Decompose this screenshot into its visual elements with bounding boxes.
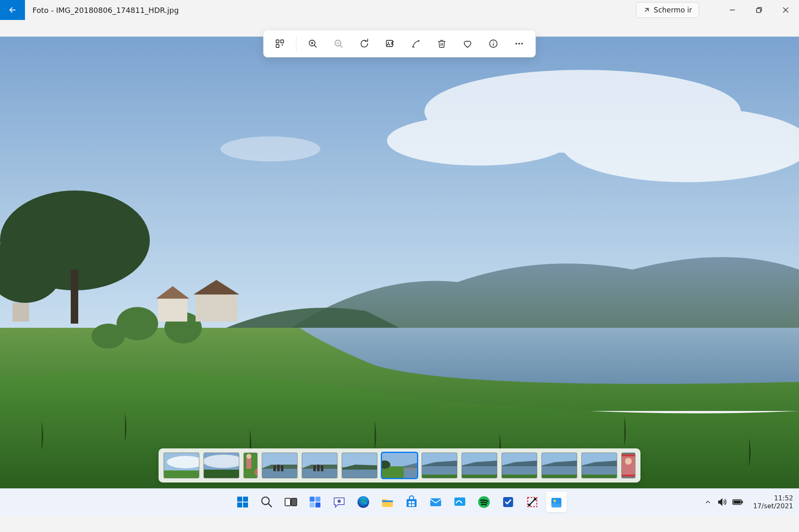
photo-toolbar [263,30,536,57]
chat-button[interactable] [329,492,350,512]
more-button[interactable] [507,34,531,54]
mail-button[interactable] [425,492,446,512]
fullscreen-button[interactable]: Schermo ir [636,2,699,18]
explorer-button[interactable] [377,492,398,512]
svg-rect-1 [757,9,761,13]
svg-point-86 [262,497,269,505]
snip-button[interactable] [522,492,543,512]
taskbar-clock[interactable]: 11:52 17/set/2021 [753,494,793,510]
filmstrip-thumb[interactable] [422,453,457,478]
svg-point-110 [553,500,556,502]
svg-rect-15 [158,299,187,322]
svg-point-46 [246,454,251,459]
zoom-out-button[interactable] [327,34,351,54]
svg-rect-52 [281,465,283,471]
svg-rect-21 [281,40,284,43]
svg-rect-88 [285,498,290,506]
svg-rect-90 [310,497,315,502]
todo-button[interactable] [498,492,519,512]
battery-icon[interactable] [732,498,743,506]
filmstrip-thumb[interactable] [342,453,377,478]
whiteboard-button[interactable] [449,492,470,512]
start-button[interactable] [232,492,253,512]
svg-rect-91 [315,497,320,502]
view-all-button[interactable] [268,34,292,54]
svg-rect-92 [310,502,315,507]
svg-rect-57 [321,465,323,471]
edit-image-icon [385,39,395,49]
heart-icon [463,39,473,49]
svg-rect-85 [243,502,248,507]
favorite-button[interactable] [456,34,480,54]
svg-rect-97 [407,499,417,507]
volume-icon[interactable] [717,497,727,507]
svg-point-81 [625,458,632,465]
svg-point-35 [516,43,517,45]
svg-rect-69 [462,475,497,478]
back-button[interactable] [0,0,25,20]
delete-button[interactable] [430,34,454,54]
svg-point-14 [92,324,125,349]
svg-rect-100 [409,504,411,506]
svg-rect-62 [404,470,417,478]
svg-rect-114 [733,500,740,503]
taskview-button[interactable] [280,492,301,512]
svg-rect-40 [164,470,199,478]
info-button[interactable] [481,34,506,54]
filmstrip-thumb[interactable] [621,453,635,478]
svg-rect-113 [742,501,743,503]
svg-rect-96 [382,500,393,502]
svg-rect-55 [313,465,316,471]
svg-marker-111 [718,499,722,505]
filmstrip-thumb[interactable] [581,453,617,478]
minimize-button[interactable] [719,0,746,20]
svg-rect-43 [204,470,239,478]
zoom-out-icon [334,39,344,49]
svg-rect-11 [71,270,78,324]
maximize-button[interactable] [746,0,772,20]
edge-button[interactable] [353,492,374,512]
filmstrip-thumb[interactable] [262,453,298,478]
filmstrip [159,448,640,483]
draw-button[interactable] [404,34,428,54]
filmstrip-thumb[interactable] [302,453,337,478]
svg-rect-56 [317,465,320,471]
toolbar-separator [296,36,297,51]
filmstrip-thumb[interactable] [203,453,239,478]
svg-rect-83 [243,497,248,502]
taskbar-center [232,492,567,512]
svg-rect-45 [246,457,251,469]
svg-rect-17 [196,294,237,322]
svg-rect-19 [12,303,29,322]
expand-icon [643,6,650,14]
photos-button[interactable] [546,492,567,512]
svg-point-42 [204,455,239,468]
photo-stage[interactable] [0,37,799,488]
svg-line-28 [340,45,342,47]
svg-rect-93 [315,502,320,507]
tray-expand-icon[interactable] [704,498,712,506]
close-button[interactable] [772,0,799,20]
rotate-button[interactable] [352,34,377,54]
filmstrip-thumb[interactable] [541,453,577,478]
filmstrip-thumb[interactable] [501,453,537,478]
svg-rect-78 [582,475,617,478]
clock-time: 11:52 [753,494,793,502]
filmstrip-thumb[interactable] [164,453,199,478]
svg-rect-66 [422,475,457,478]
search-button[interactable] [256,492,277,512]
filmstrip-thumb[interactable] [382,453,417,478]
store-button[interactable] [401,492,422,512]
filmstrip-thumb[interactable] [243,453,258,478]
edit-button[interactable] [378,34,402,54]
info-icon [489,39,499,49]
svg-rect-22 [276,45,279,47]
svg-point-34 [493,42,494,42]
filmstrip-thumb[interactable] [462,453,497,478]
svg-point-108 [534,498,536,500]
zoom-in-button[interactable] [301,34,325,54]
svg-rect-20 [276,40,279,43]
window-controls [719,0,799,20]
widgets-button[interactable] [305,492,325,512]
spotify-button[interactable] [474,492,494,512]
